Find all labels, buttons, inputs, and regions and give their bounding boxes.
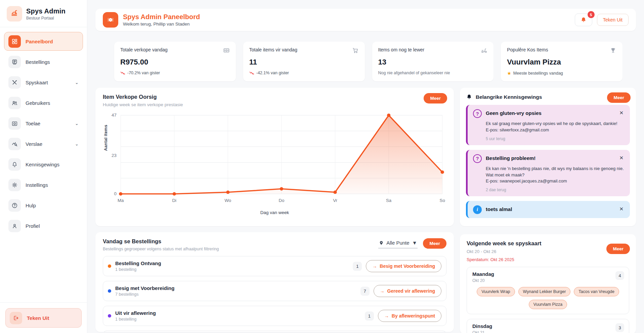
info-icon: i	[473, 205, 482, 214]
app-logo-icon	[7, 6, 22, 22]
menu-day-card: Dinsdag Okt 21 3 Krag Pasta Pikante Hoen…	[467, 319, 629, 333]
stats-row: Totale verkope vandag R975.00 -70.2% van…	[114, 42, 622, 81]
menu-date-range: Okt 20 - Okt 26	[467, 249, 629, 254]
sidebar-item-spyskaart[interactable]: Spyskaart ⌄	[4, 73, 83, 92]
close-icon[interactable]: ✕	[618, 109, 625, 117]
order-count-badge: 1	[365, 311, 374, 321]
notification-title: toets almal	[486, 205, 614, 212]
sidebar-item-paneelbord[interactable]: Paneelbord	[4, 32, 83, 51]
svg-text:So: So	[440, 198, 445, 203]
stat-note: -70.2% van gister	[120, 71, 230, 75]
stat-title: Totale items vir vandag	[249, 47, 297, 52]
left-column: Item Verkope Oorsig Huidige week se item…	[95, 88, 454, 332]
sidebar: Spys Admin Bestuur Portaal Paneelbord Be…	[0, 0, 87, 333]
sidebar-nav: Paneelbord Bestellings Spyskaart ⌄	[0, 27, 87, 302]
svg-text:Do: Do	[278, 198, 284, 203]
stat-card-items: Totale items vir vandag 11 -42.1% van gi…	[243, 42, 365, 81]
orders-subtitle: Bestellings gegroepeer volgens status me…	[103, 247, 219, 251]
wallet-icon	[8, 117, 21, 130]
chart-more-button[interactable]: Meer	[424, 93, 447, 103]
arrow-right-icon: →	[384, 313, 389, 319]
order-count-badge: 1	[353, 262, 362, 271]
main-content: Spys Admin Paneelbord Welkom terug, Phil…	[87, 0, 644, 333]
utensils-icon	[8, 76, 21, 89]
sidebar-item-label: Profiel	[26, 223, 79, 229]
close-icon[interactable]: ✕	[618, 205, 625, 213]
advance-status-button[interactable]: → By afleweringspunt	[378, 310, 441, 322]
notification-card: ? Bestelling probleem! ✕ Ek kan nie 'n b…	[466, 150, 630, 197]
arrow-right-icon: →	[372, 263, 377, 269]
notification-card: i toets almal ✕	[466, 201, 630, 218]
menu-item-chip[interactable]: Wynand Lekker Burger	[518, 287, 571, 296]
notification-time: 2 dae terug	[486, 188, 625, 192]
sidebar-item-verslae[interactable]: Verslae ⌄	[4, 134, 83, 153]
chart-x-axis-label: Dag van week	[103, 210, 446, 215]
page-title: Spys Admin Paneelbord	[123, 13, 200, 21]
order-count-badge: 7	[360, 287, 370, 296]
order-status-name: Bestelling Ontvang	[115, 260, 161, 266]
sidebar-item-instellings[interactable]: Instellings	[4, 175, 83, 194]
status-dot-blue	[108, 289, 111, 293]
stat-value: Vuurvlam Pizza	[507, 58, 616, 67]
stat-value: R975.00	[120, 58, 230, 67]
day-name: Dinsdag	[472, 323, 624, 329]
order-status-name: Uit vir aflewering	[115, 310, 156, 316]
svg-text:23: 23	[112, 153, 117, 158]
dashboard-icon	[8, 35, 21, 48]
bell-icon	[466, 94, 472, 100]
sidebar-item-gebruikers[interactable]: Gebruikers	[4, 93, 83, 112]
question-icon: ?	[473, 154, 482, 163]
advance-status-button[interactable]: → Gereed vir aflewering	[374, 285, 441, 297]
chevron-down-icon: ⌄	[75, 121, 79, 126]
menu-item-chip[interactable]: Tacos van Vreugde	[574, 287, 619, 296]
sidebar-item-label: Spyskaart	[26, 80, 70, 85]
stat-value: 13	[378, 58, 488, 67]
users-icon	[8, 97, 21, 109]
trend-down-icon	[249, 71, 254, 75]
notification-card: ? Geen gluten-vry opsies ✕ Ek sal graag …	[466, 105, 630, 145]
order-status-row: Uit vir aflewering 1 bestelling 1 → By a…	[103, 306, 446, 326]
notification-title: Bestelling probleem!	[486, 154, 614, 161]
scooter-icon	[481, 47, 487, 54]
sidebar-item-hulp[interactable]: Hulp	[4, 196, 83, 215]
stat-title: Totale verkope vandag	[120, 47, 168, 52]
day-item-count-badge: 4	[615, 271, 624, 280]
day-date: Okt 20	[472, 278, 624, 283]
advance-status-button[interactable]: → Besig met Voorbereiding	[366, 260, 441, 272]
menu-item-chip[interactable]: Vuurvlam Pizza	[529, 300, 567, 309]
sidebar-logout-button[interactable]: Teken Uit	[5, 308, 82, 328]
svg-text:47: 47	[112, 113, 117, 118]
orders-panel: Vandag se Bestellings Bestellings gegroe…	[95, 232, 454, 332]
sidebar-item-profiel[interactable]: Profiel	[4, 216, 83, 235]
sidebar-item-toelae[interactable]: Toelae ⌄	[4, 114, 83, 133]
location-filter-select[interactable]: Alle Punte ▼	[378, 239, 418, 248]
notification-time: 5 uur terug	[486, 136, 625, 141]
status-dot-purple	[108, 314, 111, 318]
stat-title: Items om nog te lewer	[378, 47, 425, 52]
notifications-more-button[interactable]: Meer	[607, 92, 631, 103]
stat-note: Nog nie afgehandel of gekanseleer nie	[378, 71, 488, 75]
stat-value: 11	[249, 58, 359, 67]
sidebar-item-label: Hulp	[26, 203, 79, 208]
right-column: Belangrike Kennisgewings Meer ? Geen glu…	[460, 88, 636, 333]
close-icon[interactable]: ✕	[618, 154, 625, 162]
sidebar-item-bestellings[interactable]: Bestellings	[4, 52, 83, 71]
orders-more-button[interactable]: Meer	[423, 238, 446, 249]
chart-y-axis-label: Aantal items	[103, 125, 108, 151]
menu-day-card: Maandag Okt 20 4 Vuurvlerk Wrap Wynand L…	[467, 267, 629, 314]
cart-icon	[352, 47, 359, 54]
person-icon	[8, 220, 21, 232]
app-subtitle: Bestuur Portaal	[26, 16, 66, 20]
notifications-button[interactable]: 5	[575, 13, 592, 26]
chart-subtitle: Huidige week se item verkope prestasie	[103, 102, 446, 107]
notification-body: Ek sal graag meer gluten-vry opsies wil …	[486, 121, 625, 133]
sidebar-item-kennisgewings[interactable]: Kennisgewings	[4, 155, 83, 174]
order-status-row: Bestelling Ontvang 1 bestelling 1 → Besi…	[103, 256, 446, 276]
chart-area: Aantal items 02347MaDiWoDoVrSaSo Dag van…	[103, 111, 446, 215]
question-icon: ?	[473, 109, 482, 118]
header-logout-button[interactable]: Teken Uit	[597, 14, 629, 26]
sidebar-item-label: Kennisgewings	[26, 162, 79, 167]
menu-item-chip[interactable]: Vuurvlerk Wrap	[477, 287, 515, 296]
notifications-panel: Belangrike Kennisgewings Meer ? Geen glu…	[460, 88, 636, 226]
menu-more-button[interactable]: Meer	[606, 244, 630, 254]
